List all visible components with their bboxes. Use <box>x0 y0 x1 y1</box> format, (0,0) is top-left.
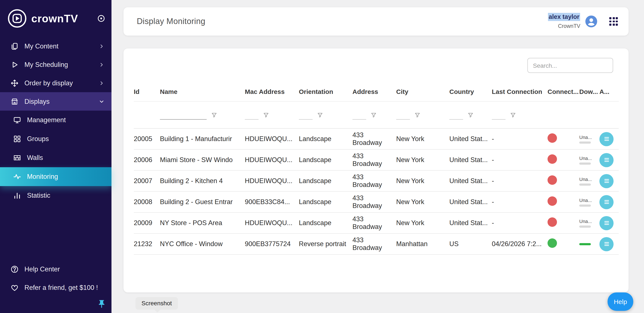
cell-mac-address: HDUEIWOQU... <box>245 170 299 192</box>
cell-connected <box>548 212 579 234</box>
sidebar-pin-toggle-icon[interactable] <box>97 14 106 23</box>
cell-name: Building 2 - Kitchen 4 <box>160 170 245 192</box>
cell-last-connection: - <box>492 150 548 170</box>
cell-last-connection: - <box>492 128 548 150</box>
apps-grid-icon[interactable] <box>610 17 618 26</box>
app-root: crownTV My Content My Scheduling Order b… <box>0 0 644 313</box>
chevron-right-icon <box>98 80 104 86</box>
col-id[interactable]: Id <box>134 82 160 102</box>
filter-last-connection-input[interactable] <box>492 110 506 120</box>
col-name[interactable]: Name <box>160 82 245 102</box>
filter-funnel-icon[interactable] <box>370 112 377 118</box>
row-actions-button[interactable] <box>600 195 614 209</box>
cell-mac-address: HDUEIWOQU... <box>245 150 299 170</box>
cell-id: 20008 <box>134 192 160 212</box>
row-actions-button[interactable] <box>600 153 614 167</box>
cell-country: United Stat... <box>449 192 492 212</box>
status-dot <box>548 154 557 164</box>
cell-city: New York <box>396 150 449 170</box>
sidebar-item-monitoring[interactable]: Monitoring <box>0 167 112 186</box>
cell-orientation: Landscape <box>299 150 352 170</box>
cell-name: Building 1 - Manufacturir <box>160 128 245 150</box>
filter-address-input[interactable] <box>352 110 366 120</box>
pulse-icon <box>13 172 22 181</box>
cell-actions <box>600 212 619 234</box>
filter-funnel-icon[interactable] <box>467 112 474 118</box>
sidebar-item-refer-a-friend[interactable]: Refer a friend, get $100 ! <box>0 278 112 297</box>
search-input[interactable] <box>528 58 613 73</box>
download-progress-bar <box>579 162 591 164</box>
filter-funnel-icon[interactable] <box>211 112 218 118</box>
col-last-connection[interactable]: Last Connection <box>492 82 548 102</box>
brand-row: crownTV <box>0 0 112 37</box>
download-progress-bar <box>579 204 591 206</box>
cell-id: 21232 <box>134 234 160 254</box>
sidebar-item-my-scheduling[interactable]: My Scheduling <box>0 55 112 74</box>
sidebar-item-statistic[interactable]: Statistic <box>0 186 112 205</box>
cell-last-connection: 04/26/2026 7:2... <box>492 234 548 254</box>
col-address[interactable]: Address <box>352 82 396 102</box>
question-circle-icon <box>10 265 19 273</box>
sidebar-item-displays[interactable]: Displays <box>0 92 112 110</box>
cell-connected <box>548 192 579 212</box>
col-mac-address[interactable]: Mac Address <box>245 82 299 102</box>
sidebar: crownTV My Content My Scheduling Order b… <box>0 0 112 313</box>
cell-country: United Stat... <box>449 150 492 170</box>
row-actions-button[interactable] <box>600 174 614 188</box>
filter-funnel-icon[interactable] <box>263 112 269 118</box>
col-city[interactable]: City <box>396 82 449 102</box>
table-row: 20005 Building 1 - Manufacturir HDUEIWOQ… <box>134 128 619 150</box>
sidebar-item-label: Help Center <box>24 265 60 273</box>
chevron-down-icon <box>98 98 104 104</box>
filter-mac-input[interactable] <box>245 110 258 120</box>
filter-city-input[interactable] <box>396 110 410 120</box>
filter-funnel-icon[interactable] <box>414 112 420 118</box>
sidebar-item-help-center[interactable]: Help Center <box>0 260 112 278</box>
row-actions-button[interactable] <box>600 237 614 251</box>
play-icon <box>10 60 19 69</box>
row-actions-button[interactable] <box>600 132 614 146</box>
status-dot <box>548 175 557 185</box>
col-orientation[interactable]: Orientation <box>299 82 352 102</box>
cell-download: Una... <box>579 192 600 212</box>
row-actions-button[interactable] <box>600 216 614 230</box>
sidebar-item-label: Statistic <box>27 192 50 200</box>
filter-funnel-icon[interactable] <box>510 112 516 118</box>
filter-orientation-input[interactable] <box>299 110 312 120</box>
sidebar-item-label: Refer a friend, get $100 ! <box>24 284 98 291</box>
avatar-icon[interactable] <box>585 15 598 28</box>
user-block[interactable]: alex taylor CrownTV <box>548 12 618 30</box>
filter-country-input[interactable] <box>449 110 463 120</box>
cell-actions <box>600 234 619 254</box>
sidebar-item-label: Walls <box>27 154 43 162</box>
status-dot <box>548 196 557 206</box>
col-country[interactable]: Country <box>449 82 492 102</box>
sidebar-item-order-by-display[interactable]: Order by display <box>0 74 112 92</box>
download-label: Una... <box>579 134 592 140</box>
filter-name-input[interactable] <box>160 110 207 120</box>
cell-city: Manhattan <box>396 234 449 254</box>
sidebar-item-walls[interactable]: Walls <box>0 148 112 167</box>
cell-id: 20007 <box>134 170 160 192</box>
sidebar-item-my-content[interactable]: My Content <box>0 37 112 55</box>
cell-id: 20005 <box>134 128 160 150</box>
monitor-icon <box>13 116 22 124</box>
pushpin-icon[interactable] <box>97 299 106 309</box>
col-actions[interactable]: A... <box>600 82 619 102</box>
cell-city: New York <box>396 170 449 192</box>
sidebar-item-management[interactable]: Management <box>0 110 112 130</box>
cell-orientation: Landscape <box>299 128 352 150</box>
cell-address: 433 Broadway <box>352 170 396 192</box>
chevron-right-icon <box>98 43 104 49</box>
col-download[interactable]: Dow... <box>579 82 600 102</box>
cell-address: 433 Broadway <box>352 128 396 150</box>
help-button[interactable]: Help <box>608 292 633 311</box>
cell-last-connection: - <box>492 192 548 212</box>
cell-actions <box>600 150 619 170</box>
col-connected[interactable]: Connect... <box>548 82 579 102</box>
cell-orientation: Landscape <box>299 170 352 192</box>
filter-funnel-icon[interactable] <box>317 112 323 118</box>
cell-city: New York <box>396 128 449 150</box>
sidebar-item-groups[interactable]: Groups <box>0 130 112 148</box>
cell-download <box>579 234 600 254</box>
